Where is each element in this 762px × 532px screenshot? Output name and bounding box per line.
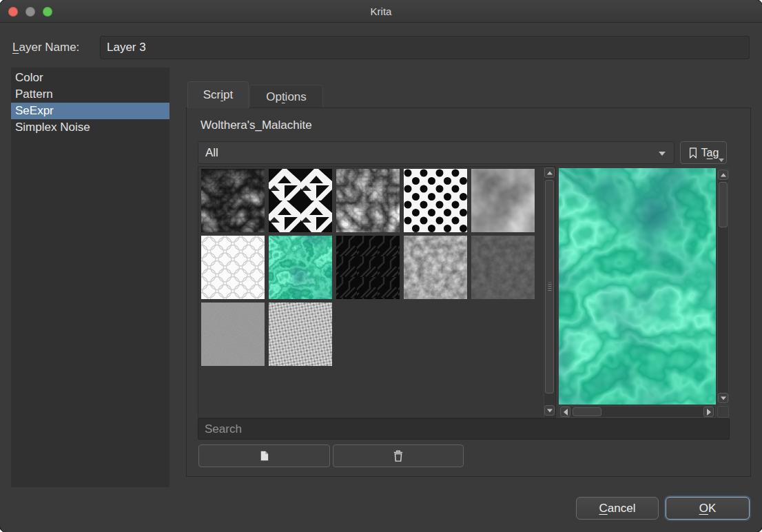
resource-search-input[interactable] (198, 418, 730, 440)
pattern-thumbnail-malachite[interactable] (269, 236, 332, 299)
tag-button[interactable]: Tag (680, 141, 727, 164)
krita-dialog-window: Krita Layer Name: ColorPatternSeExprSimp… (0, 0, 762, 532)
generator-list-item-seexpr[interactable]: SeExpr (11, 103, 169, 119)
scrollbar-corner (717, 406, 729, 418)
ok-button[interactable]: OK (666, 497, 750, 520)
script-tab-panel: Wolthera's_Malachite All Tag (186, 108, 751, 477)
pattern-preview (559, 168, 716, 405)
cancel-button[interactable]: Cancel (576, 497, 659, 520)
layer-name-label: Layer Name: (12, 36, 79, 59)
scroll-right-button[interactable] (703, 407, 714, 417)
pattern-thumbnail-dark-marble[interactable] (201, 169, 265, 232)
tab-options[interactable]: Options (249, 85, 323, 108)
scroll-down-button[interactable] (718, 393, 728, 403)
tag-menu-arrow-icon (719, 158, 724, 162)
generator-list-item-simplex-noise[interactable]: Simplex Noise (11, 119, 169, 136)
scroll-up-button[interactable] (718, 170, 728, 180)
scrollbar-thumb[interactable] (573, 407, 601, 416)
pattern-thumbnail-speckles[interactable] (471, 236, 535, 299)
titlebar[interactable]: Krita (0, 0, 762, 23)
bookmark-icon (688, 147, 698, 159)
generator-list[interactable]: ColorPatternSeExprSimplex Noise (11, 68, 169, 487)
tag-filter-combobox[interactable]: All (198, 141, 675, 164)
chevron-down-icon (659, 152, 666, 156)
scrollbar-thumb[interactable] (719, 182, 728, 227)
preview-horizontal-scrollbar[interactable] (559, 406, 716, 418)
pattern-thumbnail-dark-maze[interactable] (336, 236, 400, 299)
pattern-grid-vertical-scrollbar[interactable] (544, 167, 555, 418)
trash-icon (392, 449, 404, 462)
tag-button-label: Tag (701, 147, 719, 159)
window-title: Krita (0, 0, 762, 23)
tab-script[interactable]: Script (187, 81, 249, 108)
generator-list-item-color[interactable]: Color (11, 70, 169, 86)
pattern-grid-panel (198, 166, 556, 418)
layer-name-input[interactable] (100, 36, 750, 59)
import-resource-button[interactable] (198, 444, 330, 467)
delete-resource-button[interactable] (333, 444, 464, 467)
pattern-grid (198, 167, 544, 418)
pattern-thumbnail-woven[interactable] (269, 303, 332, 366)
scrollbar-thumb[interactable] (545, 180, 554, 393)
pattern-thumbnail-concrete[interactable] (404, 236, 467, 299)
scroll-up-button[interactable] (544, 167, 555, 178)
pattern-preview-panel (557, 166, 730, 418)
pattern-thumbnail-truchet-rings[interactable] (201, 236, 265, 299)
scroll-left-button[interactable] (560, 407, 570, 417)
pattern-thumbnail-bw-triangles[interactable] (269, 169, 332, 232)
tag-filter-value: All (205, 146, 218, 159)
preview-vertical-scrollbar[interactable] (717, 168, 729, 405)
document-open-icon (258, 449, 271, 462)
pattern-thumbnail-gray-marble[interactable] (336, 169, 400, 232)
generator-list-item-pattern[interactable]: Pattern (11, 86, 169, 103)
pattern-thumbnail-smoke[interactable] (471, 169, 535, 232)
selected-resource-name: Wolthera's_Malachite (200, 119, 312, 132)
pattern-thumbnail-fine-grain[interactable] (201, 303, 265, 366)
pattern-thumbnail-halftone-dots[interactable] (404, 169, 467, 232)
scroll-down-button[interactable] (544, 405, 555, 416)
